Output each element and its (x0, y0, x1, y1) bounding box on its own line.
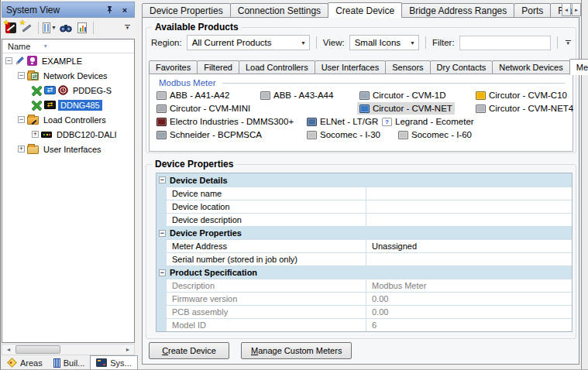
region-label: Region: (151, 38, 182, 47)
tab-system[interactable]: Sys... (90, 355, 138, 370)
collapse-expander[interactable]: − (18, 72, 25, 79)
meter-icon (156, 118, 167, 126)
toolbar-separator (38, 22, 39, 34)
tree-column-header[interactable]: Name ▼ (2, 39, 134, 53)
tab-scroll-right-icon[interactable]: ► (572, 3, 581, 16)
create-device-button[interactable]: Create Device (149, 342, 229, 359)
tree-item-user-interfaces[interactable]: + User Interfaces (2, 142, 134, 156)
report-icon[interactable] (75, 21, 89, 35)
selected-tree-label: DDNG485 (58, 100, 102, 111)
collapse-expander[interactable]: − (5, 57, 12, 64)
region-select[interactable]: All Current Products ▼ (187, 35, 310, 50)
property-value-readonly: Modbus Meter (366, 279, 572, 292)
action-buttons: Create Device Manage Custom Meters (149, 342, 352, 359)
product-item[interactable]: ABB - A41-A42 (154, 89, 232, 101)
view-select[interactable]: Small Icons ▼ (349, 35, 419, 50)
manage-custom-meters-button[interactable]: Manage Custom Meters (241, 342, 352, 359)
collapse-expander[interactable]: − (159, 269, 166, 276)
tab-scroll-left-icon[interactable]: ◄ (562, 3, 571, 16)
property-category[interactable]: − Device Details (156, 173, 572, 187)
green-connector-icon (32, 85, 42, 95)
columns-view-icon[interactable]: ▼ (43, 21, 57, 35)
main-area: Device Properties Connection Settings Cr… (140, 0, 581, 370)
tree-item-ddng485[interactable]: ⇄ DDNG485 (2, 98, 134, 112)
system-tree: Name ▼ − EXAMPLE − ⇄ Network Devices ⇄ (2, 39, 135, 343)
meter-icon: ? (382, 118, 392, 126)
meter-icon (359, 104, 370, 113)
product-item[interactable]: ?Legrand - Ecometer (380, 115, 476, 128)
product-item-selected[interactable]: Circutor - CVM-NET (357, 102, 455, 115)
scroll-right-icon[interactable]: ► (122, 344, 134, 355)
new-device-icon[interactable]: ★ (4, 21, 18, 35)
property-value-field[interactable]: Unassigned (366, 240, 572, 252)
tab-bridge-address-ranges[interactable]: Bridge Address Ranges (401, 3, 514, 18)
property-value-field[interactable] (366, 200, 572, 213)
tab-device-properties[interactable]: Device Properties (142, 3, 231, 18)
edit-device-icon[interactable]: ★ (20, 21, 34, 35)
meter-icon (156, 131, 167, 139)
scrollbar-thumb[interactable] (15, 345, 60, 354)
property-row-readonly: Model ID 6 (156, 318, 572, 331)
product-item[interactable]: Circutor - CVM-1D (357, 89, 449, 101)
expand-expander[interactable]: + (18, 146, 25, 152)
product-item[interactable]: ELNet - LT/GR (304, 115, 380, 128)
tree-item-ddbc120[interactable]: + DDBC120-DALI (2, 127, 134, 142)
tab-sensors[interactable]: Sensors (385, 60, 430, 74)
tab-meters[interactable]: Meters (569, 59, 588, 75)
product-item[interactable]: Socomec - I-30 (304, 128, 383, 141)
property-value-readonly: 0.00 (366, 293, 572, 305)
product-item[interactable]: Circutor - CVM-MINI (154, 102, 253, 115)
find-icon[interactable] (59, 21, 73, 35)
tab-dry-contacts[interactable]: Dry Contacts (430, 60, 493, 74)
product-item[interactable]: Electro Industries - DMMS300+ (154, 115, 296, 128)
tree-item-example[interactable]: − EXAMPLE (2, 53, 134, 68)
collapse-expander[interactable]: − (18, 116, 25, 123)
tree-horizontal-scrollbar[interactable]: ◄ ► (2, 344, 135, 355)
product-item[interactable]: Circutor - CVM-C10 (473, 89, 569, 101)
meter-icon (476, 91, 486, 100)
tab-create-device[interactable]: Create Device (328, 2, 402, 18)
property-value-field[interactable] (366, 214, 572, 226)
close-icon[interactable]: × (119, 5, 130, 15)
meter-icon (260, 91, 270, 100)
meter-icon (359, 91, 370, 100)
product-item[interactable]: ABB - A43-A44 (258, 89, 335, 101)
property-row: Meter Address Unassigned (156, 239, 572, 252)
dali-device-icon (41, 132, 52, 138)
tab-buildings[interactable]: Buil... (48, 355, 91, 370)
pin-icon[interactable] (104, 5, 115, 15)
property-value-field[interactable] (366, 187, 572, 200)
tree-item-load-controllers[interactable]: − Load Controllers (2, 112, 134, 127)
property-grid: − Device Details Device name Device loca… (156, 173, 573, 332)
tab-user-interfaces[interactable]: User Interfaces (315, 60, 387, 74)
meter-icon (156, 104, 167, 113)
toolbar-overflow-icon[interactable]: ▼ (564, 36, 573, 50)
property-category[interactable]: − Device Properties (156, 226, 572, 239)
tree-item-pddeg[interactable]: ⇄ PDDEG-S (2, 83, 134, 98)
scroll-left-icon[interactable]: ◄ (2, 344, 15, 355)
product-item[interactable]: Circutor - CVM-NET4 (473, 102, 576, 115)
meter-icon (307, 131, 317, 139)
tab-load-controllers[interactable]: Load Controllers (239, 60, 315, 74)
system-view-titlebar[interactable]: System View × (2, 2, 135, 18)
product-item[interactable]: Schneider - BCPMSCA (154, 128, 264, 141)
collapse-expander[interactable]: − (159, 230, 166, 237)
tree-item-network-devices[interactable]: − ⇄ Network Devices (2, 68, 134, 83)
filter-input[interactable] (459, 36, 551, 50)
property-row: Device description (156, 213, 572, 226)
collapse-expander[interactable]: − (159, 176, 166, 183)
tab-network-devices[interactable]: Network Devices (492, 60, 570, 74)
toolbar-overflow-icon[interactable]: ▼ (122, 21, 132, 35)
product-item[interactable]: Socomec - I-60 (396, 128, 474, 141)
tab-areas[interactable]: Areas (2, 355, 48, 370)
available-products-group: Available Products Region: All Current P… (146, 27, 576, 153)
meter-icon (476, 104, 486, 113)
property-value-field[interactable] (366, 253, 572, 266)
tab-connection-settings[interactable]: Connection Settings (230, 3, 328, 18)
property-category[interactable]: − Product Specification (156, 266, 572, 279)
tab-favorites[interactable]: Favorites (149, 60, 198, 74)
tab-ports[interactable]: Ports (514, 3, 551, 18)
expand-expander[interactable]: + (32, 131, 39, 138)
tab-filtered[interactable]: Filtered (197, 60, 239, 74)
meter-icon (307, 118, 317, 126)
